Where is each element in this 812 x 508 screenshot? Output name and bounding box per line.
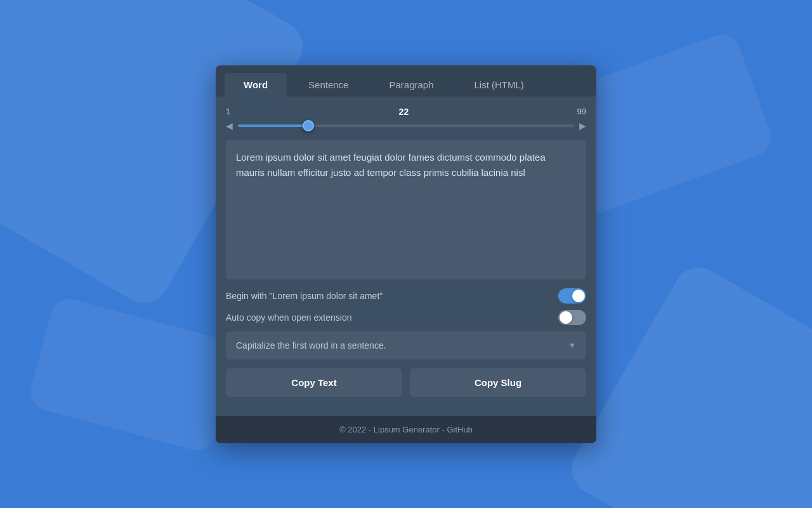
dropdown-label: Capitalize the first word in a sentence.	[236, 340, 386, 351]
toggle-row-auto-copy: Auto copy when open extension	[226, 310, 586, 325]
tabs-container: Word Sentence Paragraph List (HTML)	[216, 65, 596, 97]
slider-left-arrow[interactable]: ◀	[226, 121, 233, 131]
toggle-begin-lorem[interactable]	[558, 288, 586, 304]
slider-fill	[238, 124, 308, 127]
tab-sentence[interactable]: Sentence	[289, 73, 367, 97]
tab-paragraph[interactable]: Paragraph	[370, 73, 452, 97]
slider-min-label: 1	[226, 107, 230, 116]
capitalize-dropdown[interactable]: Capitalize the first word in a sentence.…	[226, 331, 586, 359]
slider-max-label: 99	[577, 107, 586, 116]
button-row: Copy Text Copy Slug	[226, 368, 586, 397]
toggle-knob-begin-lorem	[572, 290, 585, 302]
toggle-label-begin-lorem: Begin with "Lorem ipsum dolor sit amet"	[226, 291, 383, 301]
main-content: 1 22 99 ◀ ▶ Lorem ipsum dolor sit amet f…	[216, 97, 596, 416]
slider-area: 1 22 99 ◀ ▶	[226, 107, 586, 131]
toggle-row-begin-lorem: Begin with "Lorem ipsum dolor sit amet"	[226, 288, 586, 304]
toggle-knob-auto-copy	[560, 311, 572, 324]
slider-current-value: 22	[399, 107, 409, 117]
generated-text: Lorem ipsum dolor sit amet feugiat dolor…	[226, 140, 586, 279]
slider-right-arrow[interactable]: ▶	[579, 121, 586, 131]
footer: © 2022 - Lipsum Generator - GitHub	[216, 416, 596, 443]
footer-text: © 2022 - Lipsum Generator - GitHub	[339, 425, 473, 434]
tab-word[interactable]: Word	[225, 73, 287, 97]
copy-slug-button[interactable]: Copy Slug	[410, 368, 586, 397]
bg-decoration-2	[27, 295, 240, 455]
main-panel: Word Sentence Paragraph List (HTML) 1 22…	[216, 65, 596, 443]
slider-track-wrapper: ◀ ▶	[226, 121, 586, 131]
toggle-auto-copy[interactable]	[558, 310, 586, 325]
slider-thumb[interactable]	[303, 120, 314, 131]
tab-list-html[interactable]: List (HTML)	[455, 73, 543, 97]
slider-track[interactable]	[238, 124, 574, 127]
copy-text-button[interactable]: Copy Text	[226, 368, 402, 397]
toggle-label-auto-copy: Auto copy when open extension	[226, 312, 351, 323]
slider-labels: 1 22 99	[226, 107, 586, 117]
chevron-down-icon: ▼	[568, 341, 576, 350]
